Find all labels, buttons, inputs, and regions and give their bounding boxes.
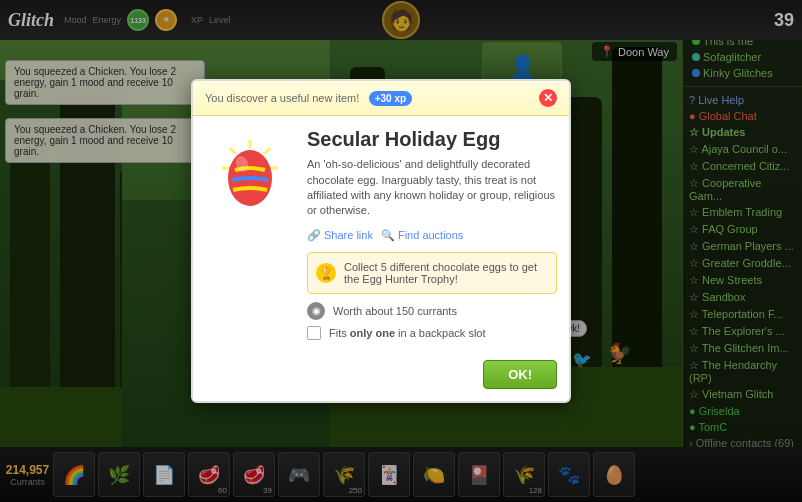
item-title: Secular Holiday Egg: [307, 128, 557, 151]
share-icon: 🔗: [307, 229, 321, 242]
trophy-text: Collect 5 different chocolate eggs to ge…: [344, 261, 548, 285]
worth-section: ◉ Worth about 150 currants: [307, 302, 557, 320]
find-auctions-link[interactable]: 🔍 Find auctions: [381, 229, 463, 242]
item-discovery-modal: You discover a useful new item! +30 xp ✕: [191, 79, 571, 403]
backpack-section: Fits only one in a backpack slot: [307, 326, 557, 340]
modal-header: You discover a useful new item! +30 xp ✕: [193, 81, 569, 116]
item-details: Secular Holiday Egg An 'oh-so-delicious'…: [307, 128, 557, 340]
modal-overlay: You discover a useful new item! +30 xp ✕: [0, 0, 802, 502]
xp-badge: +30 xp: [369, 91, 412, 106]
modal-close-button[interactable]: ✕: [539, 89, 557, 107]
modal-body: Secular Holiday Egg An 'oh-so-delicious'…: [193, 116, 569, 352]
modal-footer: OK!: [193, 352, 569, 401]
item-egg-image: [210, 128, 290, 218]
auction-icon: 🔍: [381, 229, 395, 242]
item-actions: 🔗 Share link 🔍 Find auctions: [307, 229, 557, 242]
svg-line-1: [264, 148, 270, 154]
trophy-icon: 🏆: [316, 263, 336, 283]
item-description: An 'oh-so-delicious' and delightfully de…: [307, 157, 557, 219]
backpack-text: Fits only one in a backpack slot: [329, 327, 486, 339]
worth-text: Worth about 150 currants: [333, 305, 457, 317]
ok-button[interactable]: OK!: [483, 360, 557, 389]
svg-line-4: [230, 148, 236, 154]
share-link[interactable]: 🔗 Share link: [307, 229, 373, 242]
item-image-area: [205, 128, 295, 340]
discover-text: You discover a useful new item! +30 xp: [205, 91, 412, 105]
trophy-section: 🏆 Collect 5 different chocolate eggs to …: [307, 252, 557, 294]
currant-icon: ◉: [307, 302, 325, 320]
backpack-checkbox: [307, 326, 321, 340]
